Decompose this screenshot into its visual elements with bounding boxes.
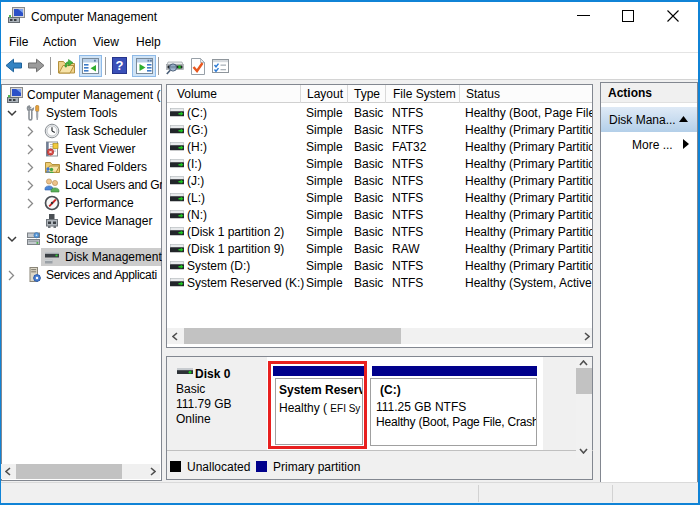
svg-text:?: ? (116, 58, 124, 73)
